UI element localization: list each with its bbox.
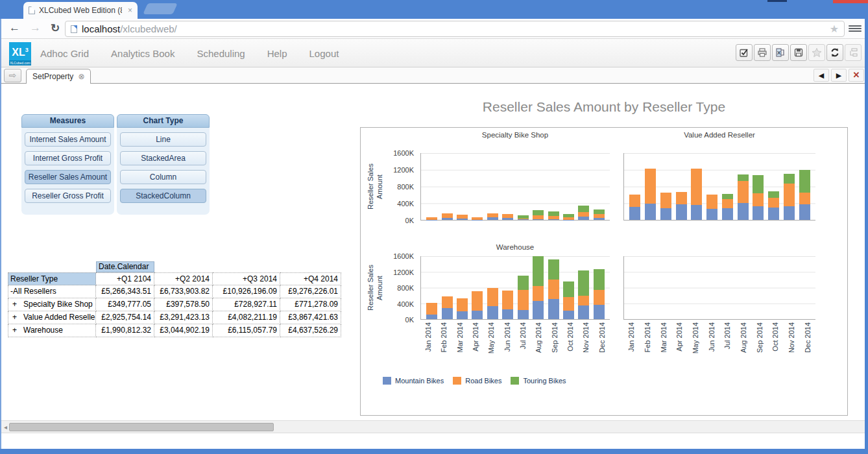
segment-road-bikes[interactable] [722,199,733,208]
segment-touring-bikes[interactable] [738,174,749,181]
bar-sep-2014[interactable] [548,153,559,220]
bar-may-2014[interactable] [487,153,498,220]
segment-touring-bikes[interactable] [533,256,544,286]
segment-road-bikes[interactable] [533,286,544,301]
bar-sep-2014[interactable] [548,256,559,319]
nav-item-logout[interactable]: Logout [309,48,339,59]
validate-icon[interactable] [736,44,753,61]
segment-mountain-bikes[interactable] [578,217,589,220]
window-close-sliver[interactable] [833,0,868,3]
segment-mountain-bikes[interactable] [502,218,513,220]
segment-mountain-bikes[interactable] [738,203,749,220]
segment-mountain-bikes[interactable] [472,311,483,319]
url-bar[interactable]: localhost /xlcubedweb/ ★ [65,21,845,37]
segment-road-bikes[interactable] [457,298,468,311]
bar-jun-2014[interactable] [706,153,717,220]
tab-close-icon[interactable]: × [128,6,132,15]
segment-mountain-bikes[interactable] [784,206,795,220]
segment-mountain-bikes[interactable] [518,310,529,319]
column-header-q4-2014[interactable]: +Q4 2014 [280,272,341,285]
window-minimize-sliver[interactable] [767,0,787,2]
bar-feb-2014[interactable] [442,153,453,220]
segment-road-bikes[interactable] [502,291,513,309]
bar-may-2014[interactable] [487,256,498,319]
scroll-tabs-left-button[interactable]: ◀ [814,69,829,82]
segment-road-bikes[interactable] [578,296,589,305]
segment-touring-bikes[interactable] [563,281,574,298]
segment-mountain-bikes[interactable] [442,218,453,220]
forward-icon[interactable]: → [30,21,41,34]
bar-jun-2014[interactable] [502,153,513,220]
segment-road-bikes[interactable] [645,169,656,204]
option-stackedarea[interactable]: StackedArea [120,151,206,165]
segment-mountain-bikes[interactable] [518,219,529,220]
horizontal-scrollbar[interactable]: ◂ [1,420,865,433]
bar-oct-2014[interactable] [563,256,574,319]
bar-jan-2014[interactable] [629,153,640,220]
segment-mountain-bikes[interactable] [487,217,498,220]
segment-touring-bikes[interactable] [753,175,764,193]
bar-mar-2014[interactable] [457,153,468,220]
bar-jun-2014[interactable] [502,256,513,319]
row-label-specialty-bike-shop[interactable]: +Specialty Bike Shop [8,298,96,311]
tab-close-icon[interactable]: ⊗ [78,72,84,81]
bar-jan-2014[interactable] [426,153,437,220]
segment-road-bikes[interactable] [768,198,779,208]
segment-mountain-bikes[interactable] [753,206,764,220]
segment-road-bikes[interactable] [442,296,453,308]
bar-dec-2014[interactable] [594,256,605,319]
bar-apr-2014[interactable] [676,153,687,220]
segment-road-bikes[interactable] [660,193,671,208]
segment-mountain-bikes[interactable] [426,220,437,221]
segment-touring-bikes[interactable] [578,206,589,212]
scroll-tabs-right-button[interactable]: ▶ [831,69,847,82]
menu-hamburger-icon[interactable] [849,24,862,33]
column-header-q1-2104[interactable]: +Q1 2104 [96,272,154,285]
nav-item-help[interactable]: Help [267,48,287,59]
report-manager-icon[interactable] [845,44,862,61]
bar-apr-2014[interactable] [472,256,483,319]
segment-road-bikes[interactable] [442,213,453,218]
option-internet-sales-amount[interactable]: Internet Sales Amount [25,132,111,147]
browser-tab[interactable]: XLCubed Web Edition (8.0 × [23,2,138,19]
tab-nav-arrow-icon[interactable]: ⇨ [4,69,21,82]
save-icon[interactable] [790,44,807,61]
nav-item-scheduling[interactable]: Scheduling [197,48,245,59]
segment-mountain-bikes[interactable] [533,301,544,319]
bar-dec-2014[interactable] [594,153,605,220]
segment-touring-bikes[interactable] [799,170,810,192]
segment-mountain-bikes[interactable] [629,207,640,220]
segment-mountain-bikes[interactable] [426,315,437,319]
back-icon[interactable]: ← [9,21,20,34]
segment-touring-bikes[interactable] [594,209,605,214]
segment-mountain-bikes[interactable] [548,299,559,319]
column-header-q2-2014[interactable]: +Q2 2014 [154,272,213,285]
segment-touring-bikes[interactable] [784,174,795,184]
column-dimension-header[interactable]: Date.Calendar [96,261,154,272]
segment-road-bikes[interactable] [548,280,559,299]
segment-road-bikes[interactable] [676,192,687,204]
segment-touring-bikes[interactable] [548,259,559,280]
segment-touring-bikes[interactable] [768,191,779,198]
nav-item-adhoc-grid[interactable]: Adhoc Grid [40,48,89,59]
segment-touring-bikes[interactable] [533,210,544,215]
option-reseller-sales-amount[interactable]: Reseller Sales Amount [25,170,111,184]
segment-mountain-bikes[interactable] [799,204,810,220]
scroll-left-arrow-icon[interactable]: ◂ [4,424,7,431]
expander-icon[interactable]: + [10,324,23,337]
refresh-icon[interactable] [826,44,843,61]
bar-oct-2014[interactable] [563,153,574,220]
row-label-warehouse[interactable]: +Warehouse [8,324,96,337]
segment-mountain-bikes[interactable] [548,219,559,220]
segment-road-bikes[interactable] [784,184,795,206]
segment-mountain-bikes[interactable] [487,306,498,319]
close-tab-button[interactable]: ✕ [849,69,864,82]
bar-feb-2014[interactable] [645,153,656,220]
segment-mountain-bikes[interactable] [442,308,453,319]
segment-mountain-bikes[interactable] [502,309,513,319]
segment-road-bikes[interactable] [563,297,574,311]
column-header-q3-2014[interactable]: +Q3 2014 [213,272,280,285]
row-label-value-added-reselle[interactable]: +Value Added Reselle [8,311,96,324]
print-icon[interactable] [754,44,771,61]
new-tab-button[interactable] [143,3,178,14]
